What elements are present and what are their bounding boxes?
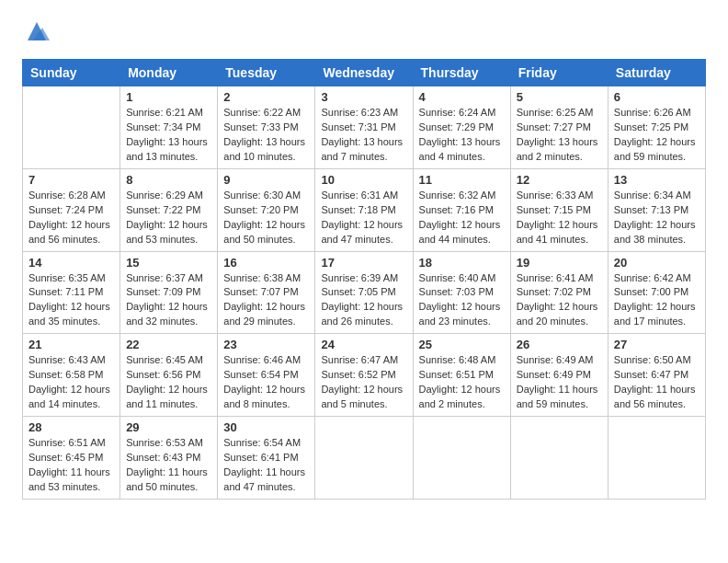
week-row-5: 28Sunrise: 6:51 AM Sunset: 6:45 PM Dayli… bbox=[23, 417, 706, 500]
day-info: Sunrise: 6:30 AM Sunset: 7:20 PM Dayligh… bbox=[223, 189, 309, 247]
calendar-cell: 19Sunrise: 6:41 AM Sunset: 7:02 PM Dayli… bbox=[510, 251, 608, 334]
day-number: 26 bbox=[517, 338, 602, 351]
calendar-cell bbox=[23, 86, 120, 169]
day-info: Sunrise: 6:49 AM Sunset: 6:49 PM Dayligh… bbox=[517, 353, 602, 412]
weekday-header-thursday: Thursday bbox=[413, 60, 510, 86]
calendar-cell: 4Sunrise: 6:24 AM Sunset: 7:29 PM Daylig… bbox=[413, 86, 510, 169]
weekday-header-wednesday: Wednesday bbox=[315, 60, 413, 86]
calendar-cell: 27Sunrise: 6:50 AM Sunset: 6:47 PM Dayli… bbox=[608, 334, 705, 417]
day-info: Sunrise: 6:29 AM Sunset: 7:22 PM Dayligh… bbox=[126, 189, 211, 247]
day-info: Sunrise: 6:53 AM Sunset: 6:43 PM Dayligh… bbox=[126, 436, 211, 495]
calendar-cell: 26Sunrise: 6:49 AM Sunset: 6:49 PM Dayli… bbox=[510, 334, 608, 417]
weekday-header-tuesday: Tuesday bbox=[218, 60, 315, 86]
day-number: 1 bbox=[126, 90, 211, 104]
day-info: Sunrise: 6:33 AM Sunset: 7:15 PM Dayligh… bbox=[517, 189, 602, 247]
calendar-cell: 11Sunrise: 6:32 AM Sunset: 7:16 PM Dayli… bbox=[413, 168, 510, 251]
calendar-cell: 22Sunrise: 6:45 AM Sunset: 6:56 PM Dayli… bbox=[120, 334, 218, 417]
day-number: 25 bbox=[419, 338, 505, 351]
calendar-cell: 17Sunrise: 6:39 AM Sunset: 7:05 PM Dayli… bbox=[315, 251, 413, 334]
day-number: 29 bbox=[126, 420, 211, 434]
day-number: 7 bbox=[28, 173, 114, 187]
day-number: 28 bbox=[28, 420, 114, 434]
day-info: Sunrise: 6:43 AM Sunset: 6:58 PM Dayligh… bbox=[28, 353, 114, 412]
logo-icon bbox=[24, 18, 50, 44]
weekday-header-row: SundayMondayTuesdayWednesdayThursdayFrid… bbox=[23, 60, 706, 86]
calendar-cell: 23Sunrise: 6:46 AM Sunset: 6:54 PM Dayli… bbox=[218, 334, 315, 417]
calendar-table: SundayMondayTuesdayWednesdayThursdayFrid… bbox=[22, 59, 706, 500]
calendar-cell: 8Sunrise: 6:29 AM Sunset: 7:22 PM Daylig… bbox=[120, 168, 218, 251]
calendar-cell: 7Sunrise: 6:28 AM Sunset: 7:24 PM Daylig… bbox=[23, 168, 120, 251]
day-info: Sunrise: 6:28 AM Sunset: 7:24 PM Dayligh… bbox=[28, 189, 114, 247]
calendar-cell: 15Sunrise: 6:37 AM Sunset: 7:09 PM Dayli… bbox=[120, 251, 218, 334]
week-row-1: 1Sunrise: 6:21 AM Sunset: 7:34 PM Daylig… bbox=[23, 86, 706, 169]
calendar-cell: 12Sunrise: 6:33 AM Sunset: 7:15 PM Dayli… bbox=[510, 168, 608, 251]
calendar-cell: 28Sunrise: 6:51 AM Sunset: 6:45 PM Dayli… bbox=[23, 417, 120, 500]
day-info: Sunrise: 6:32 AM Sunset: 7:16 PM Dayligh… bbox=[419, 189, 505, 247]
week-row-3: 14Sunrise: 6:35 AM Sunset: 7:11 PM Dayli… bbox=[23, 251, 706, 334]
day-number: 14 bbox=[28, 256, 114, 270]
calendar-cell: 29Sunrise: 6:53 AM Sunset: 6:43 PM Dayli… bbox=[120, 417, 218, 500]
day-info: Sunrise: 6:23 AM Sunset: 7:31 PM Dayligh… bbox=[321, 106, 406, 165]
weekday-header-saturday: Saturday bbox=[608, 60, 705, 86]
day-number: 3 bbox=[321, 90, 406, 104]
week-row-2: 7Sunrise: 6:28 AM Sunset: 7:24 PM Daylig… bbox=[23, 168, 706, 251]
day-info: Sunrise: 6:25 AM Sunset: 7:27 PM Dayligh… bbox=[517, 106, 602, 165]
day-number: 13 bbox=[614, 173, 700, 187]
day-number: 4 bbox=[419, 90, 505, 104]
day-info: Sunrise: 6:26 AM Sunset: 7:25 PM Dayligh… bbox=[614, 106, 700, 165]
calendar-cell: 21Sunrise: 6:43 AM Sunset: 6:58 PM Dayli… bbox=[23, 334, 120, 417]
weekday-header-friday: Friday bbox=[510, 60, 608, 86]
weekday-header-sunday: Sunday bbox=[23, 60, 120, 86]
calendar-cell bbox=[413, 417, 510, 500]
day-number: 5 bbox=[517, 90, 602, 104]
week-row-4: 21Sunrise: 6:43 AM Sunset: 6:58 PM Dayli… bbox=[23, 334, 706, 417]
logo bbox=[22, 18, 50, 44]
day-number: 19 bbox=[517, 256, 602, 270]
day-info: Sunrise: 6:34 AM Sunset: 7:13 PM Dayligh… bbox=[614, 189, 700, 247]
day-info: Sunrise: 6:54 AM Sunset: 6:41 PM Dayligh… bbox=[223, 436, 309, 495]
day-info: Sunrise: 6:39 AM Sunset: 7:05 PM Dayligh… bbox=[321, 271, 406, 330]
day-number: 24 bbox=[321, 338, 406, 351]
page-header bbox=[22, 18, 706, 44]
calendar-cell: 10Sunrise: 6:31 AM Sunset: 7:18 PM Dayli… bbox=[315, 168, 413, 251]
day-number: 8 bbox=[126, 173, 211, 187]
day-info: Sunrise: 6:45 AM Sunset: 6:56 PM Dayligh… bbox=[126, 353, 211, 412]
calendar-cell: 3Sunrise: 6:23 AM Sunset: 7:31 PM Daylig… bbox=[315, 86, 413, 169]
day-number: 9 bbox=[223, 173, 309, 187]
calendar-cell: 1Sunrise: 6:21 AM Sunset: 7:34 PM Daylig… bbox=[120, 86, 218, 169]
weekday-header-monday: Monday bbox=[120, 60, 218, 86]
day-info: Sunrise: 6:40 AM Sunset: 7:03 PM Dayligh… bbox=[419, 271, 505, 330]
day-number: 23 bbox=[223, 338, 309, 351]
day-number: 2 bbox=[223, 90, 309, 104]
calendar-cell: 18Sunrise: 6:40 AM Sunset: 7:03 PM Dayli… bbox=[413, 251, 510, 334]
day-number: 20 bbox=[614, 256, 700, 270]
calendar-cell bbox=[608, 417, 705, 500]
calendar-cell: 24Sunrise: 6:47 AM Sunset: 6:52 PM Dayli… bbox=[315, 334, 413, 417]
calendar-cell: 16Sunrise: 6:38 AM Sunset: 7:07 PM Dayli… bbox=[218, 251, 315, 334]
day-info: Sunrise: 6:50 AM Sunset: 6:47 PM Dayligh… bbox=[614, 353, 700, 412]
day-number: 21 bbox=[28, 338, 114, 351]
day-number: 17 bbox=[321, 256, 406, 270]
day-info: Sunrise: 6:24 AM Sunset: 7:29 PM Dayligh… bbox=[419, 106, 505, 165]
calendar-cell: 30Sunrise: 6:54 AM Sunset: 6:41 PM Dayli… bbox=[218, 417, 315, 500]
calendar-cell: 6Sunrise: 6:26 AM Sunset: 7:25 PM Daylig… bbox=[608, 86, 705, 169]
day-info: Sunrise: 6:46 AM Sunset: 6:54 PM Dayligh… bbox=[223, 353, 309, 412]
day-info: Sunrise: 6:31 AM Sunset: 7:18 PM Dayligh… bbox=[321, 189, 406, 247]
calendar-cell: 14Sunrise: 6:35 AM Sunset: 7:11 PM Dayli… bbox=[23, 251, 120, 334]
day-info: Sunrise: 6:38 AM Sunset: 7:07 PM Dayligh… bbox=[223, 271, 309, 330]
day-number: 30 bbox=[223, 420, 309, 434]
day-number: 6 bbox=[614, 90, 700, 104]
calendar-cell: 20Sunrise: 6:42 AM Sunset: 7:00 PM Dayli… bbox=[608, 251, 705, 334]
day-number: 18 bbox=[419, 256, 505, 270]
day-info: Sunrise: 6:51 AM Sunset: 6:45 PM Dayligh… bbox=[28, 436, 114, 495]
day-info: Sunrise: 6:47 AM Sunset: 6:52 PM Dayligh… bbox=[321, 353, 406, 412]
calendar-cell: 9Sunrise: 6:30 AM Sunset: 7:20 PM Daylig… bbox=[218, 168, 315, 251]
calendar-cell: 13Sunrise: 6:34 AM Sunset: 7:13 PM Dayli… bbox=[608, 168, 705, 251]
day-info: Sunrise: 6:48 AM Sunset: 6:51 PM Dayligh… bbox=[419, 353, 505, 412]
day-number: 15 bbox=[126, 256, 211, 270]
calendar-cell: 25Sunrise: 6:48 AM Sunset: 6:51 PM Dayli… bbox=[413, 334, 510, 417]
calendar-cell bbox=[315, 417, 413, 500]
day-info: Sunrise: 6:35 AM Sunset: 7:11 PM Dayligh… bbox=[28, 271, 114, 330]
day-number: 11 bbox=[419, 173, 505, 187]
day-info: Sunrise: 6:42 AM Sunset: 7:00 PM Dayligh… bbox=[614, 271, 700, 330]
